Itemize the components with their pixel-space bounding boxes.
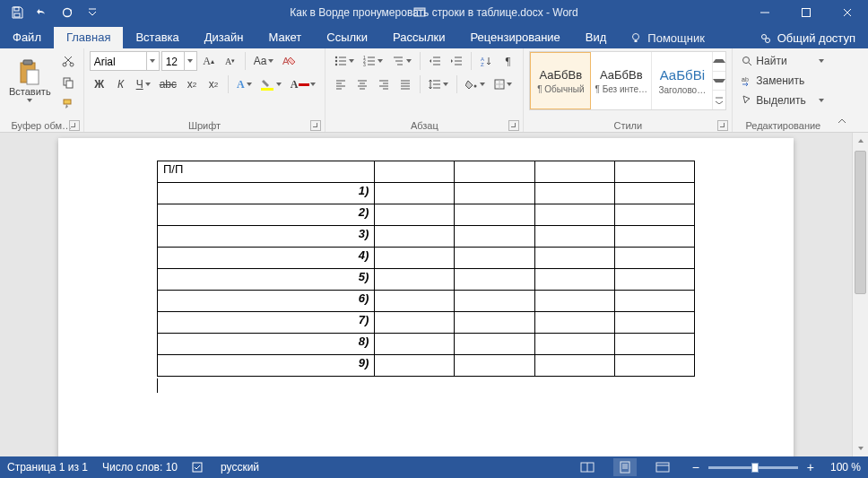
select-button[interactable]: Выделить xyxy=(738,91,828,110)
font-size-dropdown[interactable] xyxy=(185,51,197,71)
tab-home[interactable]: Главная xyxy=(54,27,123,48)
table-cell[interactable] xyxy=(614,334,694,355)
table-cell[interactable] xyxy=(534,269,614,291)
table-cell[interactable]: 8) xyxy=(158,334,375,355)
page-indicator[interactable]: Страница 1 из 1 xyxy=(7,461,88,474)
table-cell[interactable] xyxy=(534,248,614,269)
table-cell[interactable]: 1) xyxy=(158,183,375,204)
table-cell[interactable] xyxy=(375,334,455,355)
table-cell[interactable] xyxy=(455,248,534,269)
sort-button[interactable]: AZ xyxy=(476,51,496,71)
gallery-down[interactable] xyxy=(713,72,725,91)
table-header-cell[interactable]: П/П xyxy=(158,161,375,183)
table-cell[interactable] xyxy=(375,204,455,226)
multilevel-list-button[interactable] xyxy=(388,51,415,71)
tell-me-box[interactable]: Помощник xyxy=(619,28,716,48)
undo-button[interactable] xyxy=(32,3,52,22)
table-header-cell[interactable] xyxy=(614,161,694,183)
table-cell[interactable] xyxy=(455,334,534,355)
table-cell[interactable] xyxy=(455,269,534,291)
zoom-in-button[interactable]: + xyxy=(803,460,818,474)
table-cell[interactable] xyxy=(375,269,455,291)
share-button[interactable]: Общий доступ xyxy=(747,28,868,48)
table-header-cell[interactable] xyxy=(375,161,455,183)
scroll-thumb[interactable] xyxy=(855,151,866,294)
table-cell[interactable] xyxy=(375,248,455,269)
font-color-button[interactable]: A xyxy=(287,74,320,94)
highlight-button[interactable] xyxy=(257,74,285,94)
increase-indent-button[interactable] xyxy=(447,51,466,71)
table-cell[interactable] xyxy=(614,226,694,248)
borders-button[interactable] xyxy=(490,74,516,94)
tab-review[interactable]: Рецензирование xyxy=(457,27,572,48)
table-cell[interactable] xyxy=(375,183,455,204)
table-cell[interactable] xyxy=(614,204,694,226)
close-button[interactable] xyxy=(827,0,868,25)
table-cell[interactable]: 9) xyxy=(158,355,375,377)
document-scroll[interactable]: П/П1)2)3)4)5)6)7)8)9) xyxy=(0,133,852,456)
line-spacing-button[interactable] xyxy=(425,74,452,94)
table-cell[interactable]: 5) xyxy=(158,269,375,291)
clipboard-dialog-launcher[interactable] xyxy=(69,120,80,131)
decrease-indent-button[interactable] xyxy=(425,51,445,71)
find-button[interactable]: Найти xyxy=(738,51,828,71)
tab-file[interactable]: Файл xyxy=(0,27,54,48)
table-cell[interactable] xyxy=(455,312,534,334)
format-painter-button[interactable] xyxy=(58,94,78,114)
table-cell[interactable] xyxy=(455,204,534,226)
maximize-button[interactable] xyxy=(786,0,827,25)
tab-layout[interactable]: Макет xyxy=(256,27,314,48)
subscript-button[interactable]: x2 xyxy=(182,74,202,94)
table-cell[interactable] xyxy=(614,269,694,291)
tab-mailings[interactable]: Рассылки xyxy=(380,27,457,48)
align-left-button[interactable] xyxy=(331,74,351,94)
table-cell[interactable] xyxy=(534,183,614,204)
table-cell[interactable] xyxy=(455,355,534,377)
superscript-button[interactable]: x2 xyxy=(204,74,223,94)
table-cell[interactable]: 4) xyxy=(158,248,375,269)
gallery-more[interactable] xyxy=(713,91,725,109)
tab-references[interactable]: Ссылки xyxy=(314,27,380,48)
document-table[interactable]: П/П1)2)3)4)5)6)7)8)9) xyxy=(157,161,695,377)
scroll-track[interactable] xyxy=(853,149,868,440)
bold-button[interactable]: Ж xyxy=(90,74,109,94)
vertical-scrollbar[interactable] xyxy=(852,133,868,456)
table-cell[interactable] xyxy=(375,226,455,248)
shrink-font-button[interactable]: A▾ xyxy=(221,51,240,71)
clear-formatting-button[interactable]: A xyxy=(279,51,300,71)
scroll-down[interactable] xyxy=(853,440,868,456)
table-cell[interactable] xyxy=(534,334,614,355)
font-name-combo[interactable]: Arial xyxy=(90,51,160,71)
page[interactable]: П/П1)2)3)4)5)6)7)8)9) xyxy=(58,138,794,456)
font-name-dropdown[interactable] xyxy=(147,51,160,71)
word-count[interactable]: Число слов: 10 xyxy=(102,461,178,474)
change-case-button[interactable]: Aa xyxy=(250,51,278,71)
table-cell[interactable] xyxy=(614,355,694,377)
zoom-knob[interactable] xyxy=(751,463,759,473)
text-effects-button[interactable]: A xyxy=(233,74,256,94)
table-cell[interactable] xyxy=(534,291,614,312)
italic-button[interactable]: К xyxy=(111,74,131,94)
styles-dialog-launcher[interactable] xyxy=(717,120,728,131)
language-indicator[interactable]: русский xyxy=(221,461,259,474)
align-center-button[interactable] xyxy=(352,74,372,94)
qat-customize[interactable] xyxy=(82,3,102,22)
style-heading1[interactable]: АаБбВі Заголово… xyxy=(652,52,713,109)
table-cell[interactable] xyxy=(534,204,614,226)
proofing-icon[interactable] xyxy=(192,461,206,474)
tab-view[interactable]: Вид xyxy=(573,27,620,48)
show-marks-button[interactable]: ¶ xyxy=(498,51,517,71)
tab-insert[interactable]: Вставка xyxy=(123,27,191,48)
collapse-ribbon-button[interactable] xyxy=(834,114,850,128)
shading-button[interactable] xyxy=(462,74,489,94)
grow-font-button[interactable]: A▴ xyxy=(199,51,219,71)
table-cell[interactable] xyxy=(534,312,614,334)
paste-button[interactable]: Вставить xyxy=(5,51,55,110)
ribbon-display-options[interactable] xyxy=(407,3,432,22)
strikethrough-button[interactable]: abc xyxy=(156,74,180,94)
font-dialog-launcher[interactable] xyxy=(310,120,321,131)
gallery-up[interactable] xyxy=(713,52,725,72)
table-cell[interactable] xyxy=(375,312,455,334)
table-header-cell[interactable] xyxy=(534,161,614,183)
table-cell[interactable]: 6) xyxy=(158,291,375,312)
